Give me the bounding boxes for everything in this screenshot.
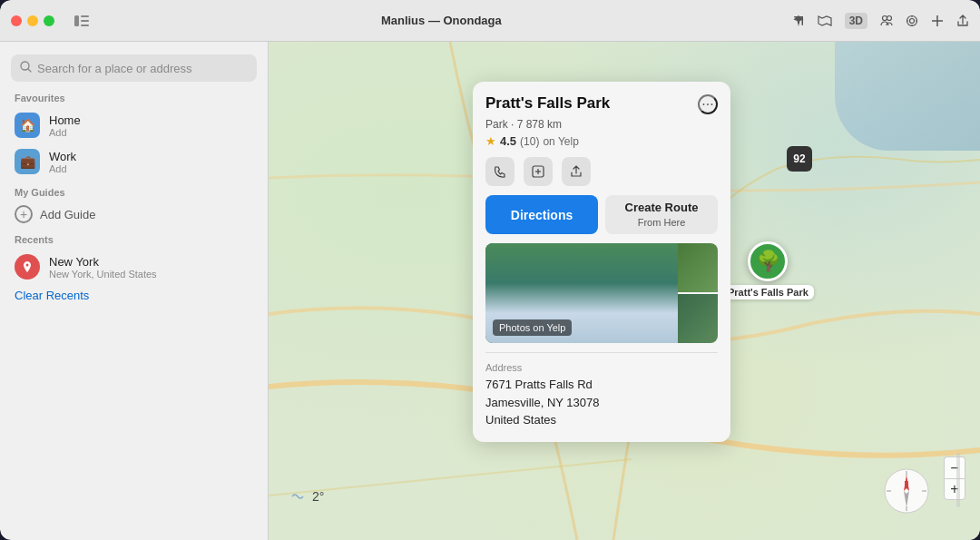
title-bar: Manlius — Onondaga 3D	[0, 0, 980, 42]
window-title: Manlius — Onondaga	[98, 14, 785, 27]
photo-side-bottom	[678, 294, 718, 343]
scale-bar	[956, 453, 960, 507]
add-to-list-button[interactable]	[524, 157, 553, 186]
rating-count: (10)	[520, 135, 539, 148]
park-label: Pratt's Falls Park	[722, 285, 814, 299]
card-address: Address 7671 Pratts Falls Rd Jamesville,…	[485, 352, 718, 429]
clear-recents-button[interactable]: Clear Recents	[0, 285, 268, 306]
3d-button[interactable]: 3D	[845, 13, 867, 29]
recent-item-newyork[interactable]: New York New York, United States	[0, 249, 268, 285]
svg-rect-3	[81, 25, 89, 26]
share-button[interactable]	[956, 15, 969, 27]
people-icon-button[interactable]	[880, 15, 893, 27]
sidebar-item-work[interactable]: 💼 Work Add	[0, 143, 268, 180]
svg-rect-2	[81, 20, 89, 22]
photo-side	[678, 243, 718, 343]
svg-point-16	[26, 264, 29, 267]
info-card: Pratt's Falls Park ··· Park · 7 878 km ★…	[473, 82, 730, 442]
card-header: Pratt's Falls Park ···	[485, 94, 718, 114]
card-rating: ★ 4.5 (10) on Yelp	[485, 134, 718, 148]
address-label: Address	[485, 362, 718, 373]
card-title: Pratt's Falls Park	[485, 94, 610, 113]
rating-source: on Yelp	[543, 135, 578, 148]
close-button[interactable]	[11, 15, 22, 26]
sidebar-item-home[interactable]: 🏠 Home Add	[0, 107, 268, 143]
home-text: Home Add	[49, 113, 81, 138]
home-icon: 🏠	[15, 113, 40, 138]
zoom-in-button[interactable]: +	[944, 478, 965, 500]
location-button[interactable]	[792, 15, 805, 27]
temperature-display: 2°	[290, 489, 324, 504]
star-icon: ★	[485, 134, 496, 148]
main-content: Search for a place or address Favourites…	[0, 42, 980, 540]
minimize-button[interactable]	[27, 15, 38, 26]
work-icon: 💼	[15, 149, 40, 174]
sidebar: Search for a place or address Favourites…	[0, 42, 269, 540]
svg-rect-0	[74, 15, 79, 26]
svg-text:N: N	[904, 480, 908, 486]
card-subtitle: Park · 7 878 km	[485, 118, 718, 131]
work-text: Work Add	[49, 150, 76, 174]
recents-label: Recents	[0, 234, 268, 245]
recent-text: New York New York, United States	[49, 255, 157, 280]
compass: N	[883, 467, 930, 515]
card-photos[interactable]: Photos on Yelp	[485, 243, 718, 343]
fullscreen-button[interactable]	[44, 15, 54, 26]
card-icon-actions	[485, 157, 718, 186]
water-feature	[835, 42, 980, 151]
maps-icon-button[interactable]	[818, 15, 832, 26]
park-marker[interactable]: 🌳 Pratt's Falls Park	[722, 241, 814, 299]
photo-side-top	[678, 243, 718, 292]
share-card-button[interactable]	[562, 157, 591, 186]
park-icon: 🌳	[748, 241, 788, 281]
favourites-label: Favourites	[0, 93, 268, 103]
target-icon-button[interactable]	[906, 15, 918, 27]
svg-line-15	[28, 69, 32, 73]
svg-point-6	[907, 15, 917, 25]
map-area[interactable]: 🌳 Pratt's Falls Park 92 2°	[269, 42, 980, 540]
search-icon	[20, 61, 32, 75]
card-more-button[interactable]: ···	[698, 94, 718, 114]
directions-button[interactable]: Directions	[485, 195, 598, 234]
rating-value: 4.5	[500, 134, 516, 148]
sidebar-toggle-icon[interactable]	[73, 12, 91, 30]
svg-rect-1	[81, 15, 89, 17]
search-bar[interactable]: Search for a place or address	[11, 54, 257, 82]
create-route-button[interactable]: Create Route From Here	[605, 195, 718, 234]
title-actions: 3D	[792, 13, 969, 29]
traffic-lights	[11, 15, 54, 26]
address-text: 7671 Pratts Falls Rd Jamesville, NY 1307…	[485, 376, 718, 429]
search-placeholder: Search for a place or address	[37, 62, 192, 75]
add-button[interactable]	[931, 15, 944, 27]
my-guides-label: My Guides	[0, 187, 268, 198]
route-badge: 92	[787, 146, 812, 172]
add-guide-icon: +	[15, 205, 33, 223]
svg-point-7	[910, 18, 915, 23]
zoom-controls: − +	[944, 457, 965, 500]
recent-location-icon	[15, 254, 40, 280]
app-window: Manlius — Onondaga 3D	[0, 0, 980, 540]
svg-point-4	[883, 15, 887, 20]
card-main-actions: Directions Create Route From Here	[485, 195, 718, 234]
phone-button[interactable]	[485, 157, 514, 186]
svg-point-5	[887, 15, 892, 20]
zoom-out-button[interactable]: −	[944, 457, 965, 478]
add-guide-button[interactable]: + Add Guide	[0, 201, 268, 227]
photos-label: Photos on Yelp	[493, 319, 572, 336]
